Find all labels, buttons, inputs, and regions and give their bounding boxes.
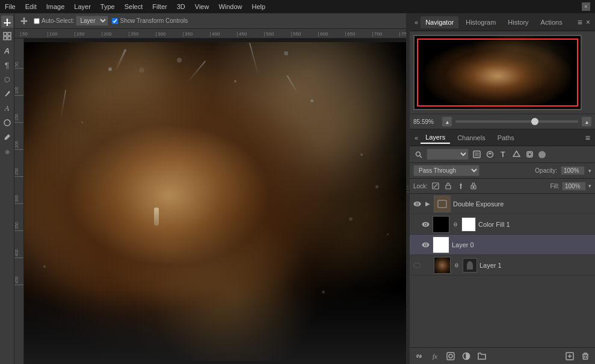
layer-visibility-toggle-color-fill-1[interactable] [421,220,430,229]
ruler-horizontal: 50 100 150 200 250 300 350 400 450 500 5… [14,29,406,39]
menu-select[interactable]: Select [125,3,143,10]
eye-dropper-tool[interactable] [1,131,13,143]
filter-adjustment-icon[interactable] [484,149,495,160]
filter-smart-icon[interactable] [524,149,535,160]
layer-row-color-fill-1[interactable]: Color Fill 1 [410,214,595,235]
layer-name-layer-1: Layer 1 [479,262,593,269]
canvas-area: Auto-Select: Layer Group Show Transform … [14,13,406,364]
link-layers-icon[interactable] [413,350,425,362]
stamp-tool[interactable]: A [1,102,13,114]
extra-tools[interactable]: ⊕ [1,146,13,158]
fill-value[interactable]: 100% [562,182,586,191]
menu-layer[interactable]: Layer [74,3,91,10]
layer-row-layer-1[interactable]: Layer 1 [410,255,595,276]
menu-window[interactable]: Window [218,3,242,10]
delete-layer-icon[interactable] [579,350,591,362]
svg-rect-36 [447,353,454,360]
new-layer-icon[interactable] [564,350,576,362]
grid-tool[interactable] [1,30,13,42]
ruler-v-200: 200 [14,123,23,150]
layer-visibility-toggle-double-exposure[interactable] [412,199,422,209]
tab-layers[interactable]: Layers [421,132,450,144]
cube-tool[interactable]: ⬡ [1,73,13,85]
menu-help[interactable]: Help [252,3,266,10]
svg-rect-2 [8,32,11,35]
tab-actions[interactable]: Actions [536,16,567,28]
svg-rect-3 [4,37,7,40]
menu-edit[interactable]: Edit [25,3,37,10]
move-tool[interactable] [1,16,13,28]
layer-visibility-toggle-layer-0[interactable] [421,240,430,250]
layers-panel-menu-icon[interactable]: ≡ [585,133,590,143]
opacity-arrow[interactable]: ▾ [588,168,591,174]
circle-select-tool[interactable] [1,117,13,129]
auto-select-dropdown[interactable]: Layer Group [76,16,108,26]
left-toolbar: A ¶ ⬡ A ⊕ [0,13,14,364]
svg-point-28 [425,223,427,225]
new-group-icon[interactable] [476,350,488,362]
transform-controls-checkbox[interactable] [112,18,118,24]
svg-rect-25 [438,200,446,208]
filter-shape-icon[interactable] [511,149,522,160]
filter-toggle-icon[interactable] [538,151,546,158]
layer-visibility-toggle-layer-1[interactable] [412,261,422,270]
tab-histogram[interactable]: Histogram [461,16,501,28]
zoom-slider[interactable] [455,120,578,123]
lock-position-icon[interactable] [455,180,466,191]
lock-transparent-icon[interactable] [430,180,441,191]
svg-marker-7 [20,17,28,25]
ruler-v-250: 250 [14,150,23,177]
ruler-v-450: 450 [14,258,23,285]
move-tool-icon [19,16,29,26]
zoom-in-button[interactable]: ▴ [582,117,591,126]
fill-label: Fill: [550,183,560,190]
auto-select-checkbox[interactable] [34,18,40,24]
ruler-vertical: 50 100 150 200 250 300 350 400 450 [14,39,24,364]
menu-filter[interactable]: Filter [152,3,167,10]
window-close-button[interactable]: × [582,2,590,11]
layers-search-icon[interactable] [413,149,424,160]
panel-collapse-icon[interactable]: « [415,19,418,26]
fill-arrow[interactable]: ▾ [588,183,591,189]
layer-name-layer-0: Layer 0 [452,241,593,248]
navigator-panel-close-icon[interactable]: × [586,18,590,26]
svg-point-33 [413,263,421,268]
layers-panel-collapse[interactable]: « [415,134,418,141]
add-mask-icon[interactable] [445,350,457,362]
lock-image-icon[interactable] [443,180,454,191]
photo-canvas[interactable] [24,39,406,364]
type-tool[interactable]: A [1,45,13,57]
tab-navigator[interactable]: Navigator [421,16,458,28]
canvas-wrapper: 50 100 150 200 250 300 350 400 450 [14,39,406,364]
navigator-panel-menu-icon[interactable]: ≡ [578,17,582,27]
layer-expand-double-exposure[interactable]: ▶ [424,200,431,208]
new-fill-adjustment-icon[interactable] [460,350,472,362]
menu-3d[interactable]: 3D [177,3,185,10]
lock-all-icon[interactable] [468,180,479,191]
tab-history[interactable]: History [503,16,533,28]
tab-channels[interactable]: Channels [452,132,490,143]
menu-file[interactable]: File [5,3,16,10]
layer-row-layer-0[interactable]: Layer 0 [410,235,595,255]
menu-view[interactable]: View [195,3,209,10]
layers-panel-tabs: « Layers Channels Paths ≡ [410,129,595,146]
tool-options-text: Auto-Select: Layer Group Show Transform … [34,16,188,26]
pen-tool[interactable] [1,88,13,100]
tab-paths[interactable]: Paths [493,132,519,143]
opacity-value[interactable]: 100% [561,166,585,175]
menu-image[interactable]: Image [46,3,65,10]
ruler-mark-500: 500 [264,32,291,37]
layer-fx-icon[interactable]: fx [429,350,441,362]
layer-kind-select[interactable]: Kind [427,149,469,160]
ruler-h-marks: 50 100 150 200 250 300 350 400 450 500 5… [14,32,406,37]
paragraph-tool[interactable]: ¶ [1,59,13,71]
zoom-out-button[interactable]: ▴ [442,117,452,126]
layer-row-double-exposure[interactable]: ▶ Double Exposure [410,194,595,214]
blend-mode-select[interactable]: Pass Through Normal Dissolve Multiply Sc… [413,165,479,176]
filter-type-icon[interactable]: T [498,149,508,160]
ruler-mark-300: 300 [156,32,183,37]
menu-type[interactable]: Type [100,3,115,10]
filter-pixel-icon[interactable] [471,149,482,160]
lock-fill-row: Lock: [410,179,595,194]
layers-bottom-toolbar: fx [410,347,595,364]
